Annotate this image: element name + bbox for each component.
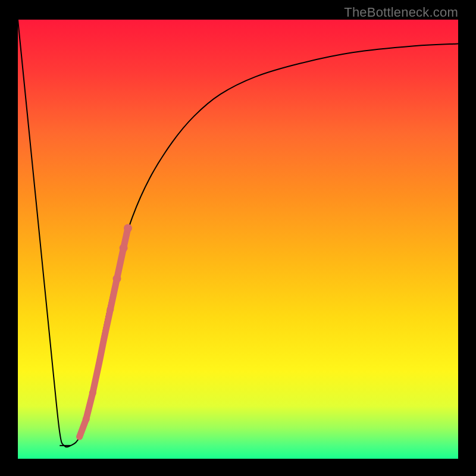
sample-dot [124,224,132,233]
chart-stage: TheBottleneck.com [0,0,476,476]
sample-dot [89,389,96,396]
sample-dot [96,359,102,365]
sample-dots [77,224,132,440]
sample-dots-connector [80,228,128,437]
sample-dot [120,244,128,252]
bottleneck-curve-path [18,20,458,447]
sample-dot [77,434,83,440]
sample-dot [101,337,107,343]
bottleneck-curve [18,20,458,447]
sample-dot [107,306,114,313]
sample-dot [113,274,121,283]
chart-svg [18,20,458,459]
sample-dot [83,416,90,423]
watermark-text: TheBottleneck.com [344,5,458,20]
